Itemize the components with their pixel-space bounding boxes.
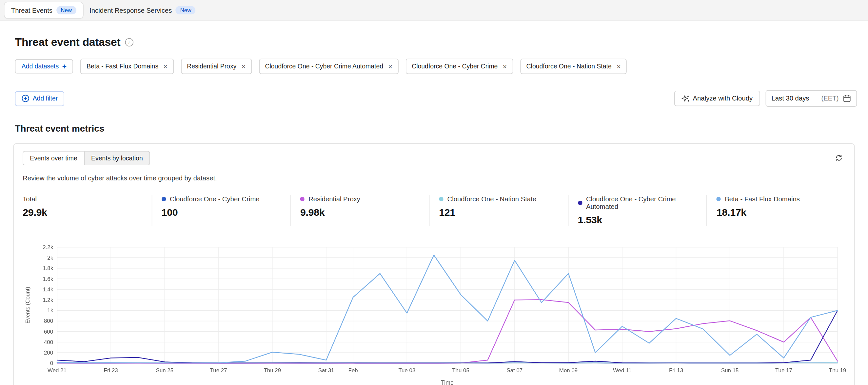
dataset-chip-label: Cloudforce One - Nation State <box>526 63 612 70</box>
metrics-heading: Threat event metrics <box>15 124 857 134</box>
sparkle-icon <box>681 94 689 102</box>
chip-close-icon[interactable]: × <box>242 63 246 70</box>
metrics-view-tabs: Events over time Events by location <box>23 151 150 165</box>
svg-text:Sun 15: Sun 15 <box>721 367 739 374</box>
stat-block: Cloudforce One - Nation State121 <box>429 195 568 226</box>
dataset-chip: Cloudforce One - Cyber Crime Automated× <box>259 59 399 74</box>
stat-label: Beta - Fast Flux Domains <box>717 195 845 203</box>
dataset-chip-label: Residential Proxy <box>187 63 236 70</box>
chip-close-icon[interactable]: × <box>388 63 392 70</box>
dataset-chip: Residential Proxy× <box>181 59 252 74</box>
tab-incident-response-services[interactable]: Incident Response Services New <box>83 2 202 18</box>
svg-text:Sat 07: Sat 07 <box>506 367 523 374</box>
svg-text:Thu 05: Thu 05 <box>452 367 469 374</box>
svg-text:800: 800 <box>44 318 53 324</box>
legend-dot <box>717 197 721 201</box>
stat-label: Cloudforce One - Cyber Crime <box>162 195 290 203</box>
stat-label: Cloudforce One - Cyber Crime Automated <box>578 195 707 211</box>
tab-events-by-location[interactable]: Events by location <box>85 151 150 165</box>
svg-text:Thu 29: Thu 29 <box>264 367 281 374</box>
svg-text:400: 400 <box>44 339 53 345</box>
svg-text:Wed 11: Wed 11 <box>613 367 632 374</box>
svg-text:Time: Time <box>441 379 454 385</box>
analyze-label: Analyze with Cloudy <box>693 95 753 102</box>
stat-block: Residential Proxy9.98k <box>290 195 429 226</box>
stat-label: Residential Proxy <box>300 195 429 203</box>
page-title: Threat event dataset <box>15 36 121 49</box>
stat-label: Cloudforce One - Nation State <box>439 195 568 203</box>
chip-close-icon[interactable]: × <box>503 63 507 70</box>
card-header: Events over time Events by location <box>23 151 845 165</box>
refresh-icon <box>835 153 843 162</box>
svg-text:Mon 09: Mon 09 <box>559 367 578 374</box>
svg-text:Tue 17: Tue 17 <box>775 367 792 374</box>
top-tab-bar: Threat Events New Incident Response Serv… <box>0 0 868 21</box>
title-row: Threat event dataset i <box>15 36 857 49</box>
svg-text:1.4k: 1.4k <box>42 286 53 293</box>
stat-label: Total <box>23 195 151 203</box>
svg-text:Thu 19: Thu 19 <box>829 367 846 374</box>
stat-value: 18.17k <box>717 207 845 218</box>
analyze-with-cloudy-button[interactable]: Analyze with Cloudy <box>674 91 760 106</box>
tab-label: Threat Events <box>11 6 53 14</box>
dataset-chip-label: Cloudforce One - Cyber Crime Automated <box>265 63 383 70</box>
dataset-chip: Cloudforce One - Nation State× <box>520 59 627 74</box>
chart-container: 02004006008001k1.2k1.4k1.6k1.8k2k2.2kWed… <box>23 241 845 385</box>
add-filter-label: Add filter <box>33 95 58 102</box>
events-over-time-chart[interactable]: 02004006008001k1.2k1.4k1.6k1.8k2k2.2kWed… <box>23 241 846 385</box>
svg-text:1.2k: 1.2k <box>42 297 53 303</box>
stat-value: 29.9k <box>23 207 151 218</box>
add-filter-button[interactable]: Add filter <box>15 91 65 106</box>
metrics-card: Events over time Events by location Revi… <box>13 143 855 385</box>
stat-value: 100 <box>162 207 290 218</box>
toolbar-right: Analyze with Cloudy Last 30 days (EET) <box>674 90 857 107</box>
info-icon[interactable]: i <box>125 38 133 46</box>
legend-dot <box>162 197 166 201</box>
tab-events-over-time[interactable]: Events over time <box>23 151 85 165</box>
svg-text:2k: 2k <box>47 255 53 261</box>
dataset-chip: Cloudforce One - Cyber Crime× <box>406 59 513 74</box>
svg-text:600: 600 <box>44 329 53 335</box>
stat-value: 1.53k <box>578 214 707 226</box>
new-badge: New <box>176 6 196 14</box>
toolbar-row: Add filter Analyze with Cloudy Last 30 d… <box>15 90 857 107</box>
svg-text:Tue 27: Tue 27 <box>210 367 227 374</box>
svg-text:Sun 25: Sun 25 <box>156 367 174 374</box>
tab-threat-events[interactable]: Threat Events New <box>5 2 83 18</box>
svg-text:1.8k: 1.8k <box>42 265 53 271</box>
dataset-chip-label: Cloudforce One - Cyber Crime <box>412 63 498 70</box>
refresh-button[interactable] <box>832 151 845 164</box>
stats-row: Total29.9kCloudforce One - Cyber Crime10… <box>23 195 845 226</box>
dataset-chip-label: Beta - Fast Flux Domains <box>87 63 158 70</box>
stat-block: Cloudforce One - Cyber Crime100 <box>151 195 290 226</box>
page-content: Threat event dataset i Add datasets + Be… <box>0 36 868 385</box>
svg-text:Tue 03: Tue 03 <box>398 367 415 374</box>
chips-container: Beta - Fast Flux Domains×Residential Pro… <box>80 59 627 74</box>
svg-text:Fri 13: Fri 13 <box>669 367 683 374</box>
add-datasets-button[interactable]: Add datasets + <box>15 59 73 74</box>
stat-value: 121 <box>439 207 568 218</box>
svg-text:Feb: Feb <box>348 367 358 374</box>
date-range-value: Last 30 days <box>771 95 809 102</box>
svg-text:Fri 23: Fri 23 <box>104 367 118 374</box>
app-viewport: Threat Events New Incident Response Serv… <box>0 0 868 385</box>
stat-block: Total29.9k <box>23 195 151 226</box>
legend-dot <box>439 197 443 201</box>
chip-close-icon[interactable]: × <box>163 63 167 70</box>
svg-text:Wed 21: Wed 21 <box>48 367 66 374</box>
legend-dot <box>578 201 583 205</box>
svg-text:2.2k: 2.2k <box>42 244 53 250</box>
stat-value: 9.98k <box>300 207 429 218</box>
dataset-chips-row: Add datasets + Beta - Fast Flux Domains×… <box>15 59 857 74</box>
date-range-picker[interactable]: Last 30 days (EET) <box>766 90 857 107</box>
plus-icon: + <box>62 63 66 70</box>
calendar-icon <box>843 95 851 102</box>
svg-text:1.6k: 1.6k <box>42 276 53 282</box>
svg-text:200: 200 <box>44 350 53 356</box>
tab-label: Incident Response Services <box>90 6 172 14</box>
stat-block: Cloudforce One - Cyber Crime Automated1.… <box>568 195 706 226</box>
timezone-label: (EET) <box>822 95 839 102</box>
dataset-chip: Beta - Fast Flux Domains× <box>80 59 174 74</box>
legend-dot <box>300 197 305 201</box>
chip-close-icon[interactable]: × <box>617 63 621 70</box>
